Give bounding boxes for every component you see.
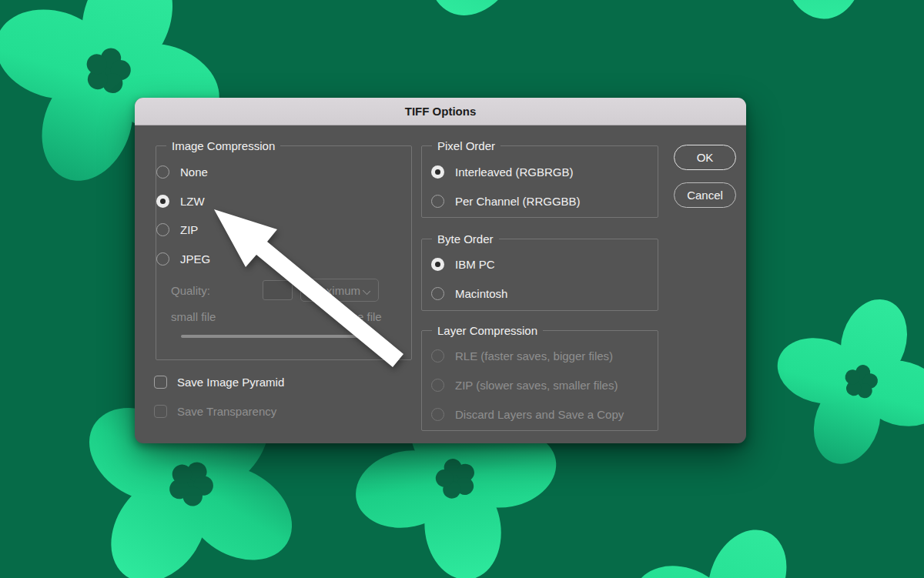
radio-none[interactable] xyxy=(156,165,169,179)
radio-interleaved[interactable] xyxy=(431,165,444,179)
radio-zip-layers xyxy=(431,379,444,392)
ok-button-label: OK xyxy=(697,151,714,164)
radio-rle xyxy=(431,349,444,363)
save-transparency-label: Save Transparency xyxy=(177,405,276,418)
radio-interleaved-label: Interleaved (RGBRGB) xyxy=(455,165,573,179)
radio-rle-label: RLE (faster saves, bigger files) xyxy=(455,349,613,363)
radio-row-jpeg[interactable]: JPEG xyxy=(156,250,210,267)
save-image-pyramid-label: Save Image Pyramid xyxy=(177,376,284,389)
radio-lzw-label: LZW xyxy=(180,195,205,208)
chevron-down-icon xyxy=(363,287,370,294)
radio-row-zip-layers: ZIP (slower saves, smaller files) xyxy=(431,376,618,393)
radio-none-label: None xyxy=(180,165,208,179)
radio-row-lzw[interactable]: LZW xyxy=(156,192,205,209)
cancel-button-label: Cancel xyxy=(687,189,723,202)
quality-label: Quality: xyxy=(171,284,210,297)
radio-macintosh-label: Macintosh xyxy=(455,287,507,300)
radio-row-rle: RLE (faster saves, bigger files) xyxy=(431,347,613,364)
radio-per-channel-label: Per Channel (RRGGBB) xyxy=(455,195,581,208)
radio-ibm-pc[interactable] xyxy=(431,258,444,271)
desktop: { "window": { "title": "TIFF Options" },… xyxy=(0,0,924,578)
radio-zip-label: ZIP xyxy=(180,223,198,236)
quality-preset-dropdown[interactable]: Maximum xyxy=(300,279,379,302)
save-transparency-checkbox xyxy=(154,405,167,418)
byte-order-legend: Byte Order xyxy=(432,232,499,247)
radio-row-macintosh[interactable]: Macintosh xyxy=(431,285,507,302)
checkbox-row-save-image-pyramid[interactable]: Save Image Pyramid xyxy=(154,373,284,390)
quality-preset-value: Maximum xyxy=(310,284,360,297)
radio-ibm-pc-label: IBM PC xyxy=(455,258,495,271)
radio-per-channel[interactable] xyxy=(431,195,444,208)
radio-row-ibm-pc[interactable]: IBM PC xyxy=(431,256,495,272)
large-file-label: large file xyxy=(338,310,382,323)
tiff-options-dialog: TIFF Options Image Compression None LZW … xyxy=(135,98,746,443)
quality-input[interactable] xyxy=(263,280,293,300)
radio-row-discard-layers: Discard Layers and Save a Copy xyxy=(431,406,624,423)
radio-row-zip[interactable]: ZIP xyxy=(156,221,198,238)
quality-row: Quality: Maximum xyxy=(171,279,394,302)
radio-row-none[interactable]: None xyxy=(156,163,208,180)
pixel-order-legend: Pixel Order xyxy=(432,139,500,154)
radio-discard-layers-label: Discard Layers and Save a Copy xyxy=(455,408,624,421)
small-file-label: small file xyxy=(171,310,216,323)
radio-discard-layers xyxy=(431,408,444,421)
quality-slider[interactable] xyxy=(181,335,379,338)
dialog-title: TIFF Options xyxy=(405,105,476,118)
image-compression-legend: Image Compression xyxy=(166,139,280,154)
radio-row-per-channel[interactable]: Per Channel (RRGGBB) xyxy=(431,192,581,209)
ok-button[interactable]: OK xyxy=(674,145,736,170)
radio-row-interleaved[interactable]: Interleaved (RGBRGB) xyxy=(431,163,573,180)
layer-compression-legend: Layer Compression xyxy=(432,323,543,339)
dialog-titlebar[interactable]: TIFF Options xyxy=(135,98,746,125)
radio-jpeg[interactable] xyxy=(156,252,169,266)
radio-zip[interactable] xyxy=(156,223,169,236)
cancel-button[interactable]: Cancel xyxy=(674,182,736,208)
radio-zip-layers-label: ZIP (slower saves, smaller files) xyxy=(455,379,618,392)
radio-macintosh[interactable] xyxy=(431,287,444,300)
save-image-pyramid-checkbox[interactable] xyxy=(154,376,167,389)
radio-jpeg-label: JPEG xyxy=(180,252,210,266)
radio-lzw[interactable] xyxy=(156,195,169,208)
checkbox-row-save-transparency: Save Transparency xyxy=(154,403,276,419)
